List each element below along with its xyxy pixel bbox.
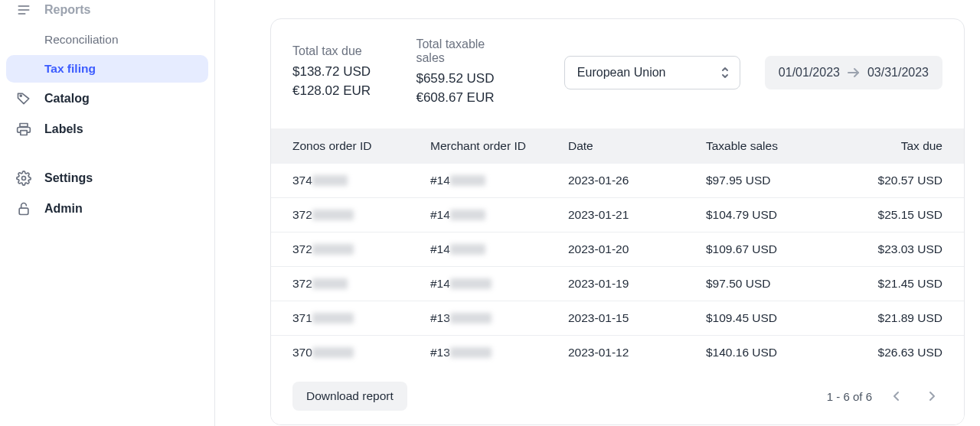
cell-date: 2023-01-15 <box>568 311 706 325</box>
sidebar-item-label: Settings <box>44 171 93 185</box>
pager-next-button[interactable] <box>921 385 942 407</box>
table-header: Zonos order ID Merchant order ID Date Ta… <box>271 128 964 164</box>
redacted-text <box>450 244 485 255</box>
sidebar-item-catalog[interactable]: Catalog <box>6 84 208 113</box>
cell-merchant-order-id: #14 <box>430 174 568 187</box>
redacted-text <box>450 210 485 220</box>
chevron-up-down-icon <box>720 66 730 80</box>
total-taxable-sales: Total taxable sales $659.52 USD €608.67 … <box>416 37 514 107</box>
th-merchant-order-id: Merchant order ID <box>430 139 568 153</box>
cell-tax-due: $25.15 USD <box>859 208 942 222</box>
zonos-order-prefix: 371 <box>292 311 312 325</box>
cell-tax-due: $20.57 USD <box>859 174 942 187</box>
table-row[interactable]: 370#132023-01-12$140.16 USD$26.63 USD <box>271 336 964 369</box>
cell-date: 2023-01-26 <box>568 174 706 187</box>
sidebar-item-label: Tax filing <box>44 62 96 76</box>
th-zonos-order-id: Zonos order ID <box>292 139 430 153</box>
merchant-order-prefix: #14 <box>430 208 450 222</box>
total-tax-due-eur: €128.02 EUR <box>292 82 391 101</box>
redacted-text <box>450 175 485 186</box>
cell-zonos-order-id: 374 <box>292 174 430 187</box>
table-row[interactable]: 372#142023-01-21$104.79 USD$25.15 USD <box>271 198 964 233</box>
merchant-order-prefix: #14 <box>430 277 450 291</box>
zonos-order-prefix: 374 <box>292 174 312 187</box>
lock-icon <box>15 200 32 217</box>
cell-tax-due: $21.89 USD <box>859 311 942 325</box>
summary-bar: Total tax due $138.72 USD €128.02 EUR To… <box>271 19 964 128</box>
total-taxable-sales-label: Total taxable sales <box>416 37 514 65</box>
gear-icon <box>15 170 32 187</box>
region-select-value: European Union <box>577 66 666 80</box>
date-range-end: 03/31/2023 <box>867 66 929 80</box>
sidebar-item-admin[interactable]: Admin <box>6 194 208 223</box>
cell-taxable-sales: $104.79 USD <box>706 208 859 222</box>
cell-zonos-order-id: 372 <box>292 277 430 291</box>
th-taxable-sales: Taxable sales <box>706 139 859 153</box>
merchant-order-prefix: #13 <box>430 311 450 325</box>
pager-text: 1 - 6 of 6 <box>827 390 872 403</box>
pager: 1 - 6 of 6 <box>827 385 942 407</box>
merchant-order-prefix: #14 <box>430 174 450 187</box>
svg-point-3 <box>20 95 21 96</box>
sidebar-item-label: Reconciliation <box>44 33 119 47</box>
redacted-text <box>450 347 492 358</box>
zonos-order-prefix: 370 <box>292 346 312 359</box>
cell-tax-due: $23.03 USD <box>859 242 942 256</box>
cell-date: 2023-01-19 <box>568 277 706 291</box>
total-taxable-sales-usd: $659.52 USD <box>416 70 514 89</box>
svg-rect-7 <box>19 208 28 214</box>
printer-icon <box>15 121 32 138</box>
th-date: Date <box>568 139 706 153</box>
sidebar-item-labels[interactable]: Labels <box>6 115 208 144</box>
sidebar-item-settings[interactable]: Settings <box>6 164 208 193</box>
reports-icon <box>15 2 32 18</box>
tax-filing-panel: Total tax due $138.72 USD €128.02 EUR To… <box>270 18 965 425</box>
cell-merchant-order-id: #13 <box>430 311 568 325</box>
sidebar-item-label: Catalog <box>44 92 90 106</box>
cell-taxable-sales: $97.95 USD <box>706 174 859 187</box>
sidebar-item-label: Labels <box>44 122 83 136</box>
pager-prev-button[interactable] <box>886 385 907 407</box>
sidebar-item-reports[interactable]: Reports <box>6 2 208 24</box>
cell-date: 2023-01-20 <box>568 242 706 256</box>
sidebar: Reports Reconciliation Tax filing Catalo… <box>0 0 215 426</box>
table-body: 374#142023-01-26$97.95 USD$20.57 USD372#… <box>271 164 964 369</box>
table-row[interactable]: 372#142023-01-20$109.67 USD$23.03 USD <box>271 233 964 267</box>
svg-point-6 <box>22 177 26 180</box>
sidebar-item-tax-filing[interactable]: Tax filing <box>6 55 208 83</box>
redacted-text <box>312 347 354 358</box>
cell-date: 2023-01-21 <box>568 208 706 222</box>
svg-rect-4 <box>20 124 28 127</box>
redacted-text <box>450 278 492 289</box>
zonos-order-prefix: 372 <box>292 242 312 256</box>
sidebar-item-label: Admin <box>44 202 83 216</box>
cell-zonos-order-id: 372 <box>292 208 430 222</box>
cell-merchant-order-id: #14 <box>430 208 568 222</box>
tag-icon <box>15 90 32 107</box>
cell-taxable-sales: $109.45 USD <box>706 311 859 325</box>
region-select[interactable]: European Union <box>564 56 740 89</box>
cell-merchant-order-id: #14 <box>430 242 568 256</box>
table-row[interactable]: 371#132023-01-15$109.45 USD$21.89 USD <box>271 301 964 336</box>
cell-taxable-sales: $109.67 USD <box>706 242 859 256</box>
th-tax-due: Tax due <box>859 139 942 153</box>
cell-zonos-order-id: 371 <box>292 311 430 325</box>
cell-merchant-order-id: #13 <box>430 346 568 359</box>
total-tax-due-label: Total tax due <box>292 44 391 58</box>
total-tax-due-usd: $138.72 USD <box>292 63 391 82</box>
arrow-right-icon <box>848 67 860 78</box>
sidebar-item-reconciliation[interactable]: Reconciliation <box>6 26 208 54</box>
svg-rect-5 <box>21 131 27 135</box>
sidebar-item-label: Reports <box>44 3 90 17</box>
cell-tax-due: $26.63 USD <box>859 346 942 359</box>
date-range-start: 01/01/2023 <box>779 66 840 80</box>
download-report-button[interactable]: Download report <box>292 382 407 411</box>
total-taxable-sales-eur: €608.67 EUR <box>416 89 514 108</box>
date-range[interactable]: 01/01/2023 03/31/2023 <box>765 56 942 89</box>
redacted-text <box>312 175 348 186</box>
redacted-text <box>312 210 354 220</box>
table-row[interactable]: 372#142023-01-19$97.50 USD$21.45 USD <box>271 267 964 301</box>
table-row[interactable]: 374#142023-01-26$97.95 USD$20.57 USD <box>271 164 964 198</box>
panel-footer: Download report 1 - 6 of 6 <box>271 369 964 424</box>
cell-zonos-order-id: 370 <box>292 346 430 359</box>
